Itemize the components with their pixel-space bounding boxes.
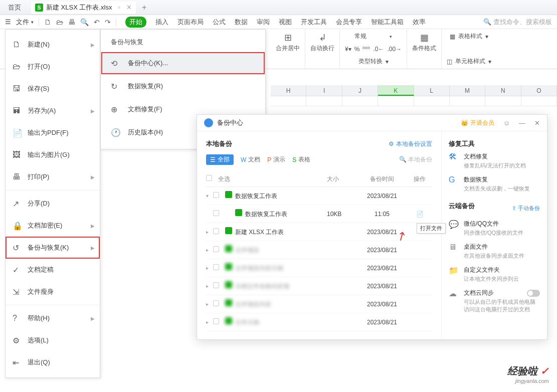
feedback-icon[interactable]: ☺ — [503, 119, 510, 127]
tab-dev[interactable]: 开发工具 — [301, 18, 327, 27]
tab-data[interactable]: 数据 — [235, 18, 248, 27]
menu-final[interactable]: ✓文档定稿 — [6, 259, 100, 281]
col-header[interactable]: J — [342, 85, 378, 96]
row-checkbox[interactable] — [213, 228, 219, 234]
command-search[interactable]: 🔍 查找命令、搜索模板 — [483, 18, 552, 27]
row-checkbox[interactable] — [213, 318, 219, 324]
spreadsheet-grid[interactable]: H I J K L M N O — [271, 85, 557, 106]
filter-sheet[interactable]: S表格 — [292, 155, 310, 164]
comma-icon[interactable]: ⁰⁰⁰ — [362, 46, 370, 53]
menu-save[interactable]: 🖫保存(S) — [6, 78, 100, 100]
merge-center-button[interactable]: ⊞ 合并居中 — [276, 32, 300, 53]
increase-decimal-icon[interactable]: .0← — [373, 46, 384, 53]
tab-view[interactable]: 视图 — [279, 18, 292, 27]
filter-doc[interactable]: W文档 — [241, 155, 260, 164]
menu-export-pdf[interactable]: 📄输出为PDF(F) — [6, 122, 100, 144]
row-checkbox[interactable] — [213, 300, 219, 306]
minimize-button[interactable]: — — [519, 119, 525, 127]
tab-smart[interactable]: 智能工具箱 — [371, 18, 404, 27]
menu-print[interactable]: 🖶打印(P)▶ — [6, 166, 100, 188]
menu-encrypt[interactable]: 🔒文档加密(E)▶ — [6, 215, 100, 237]
menu-exit[interactable]: ⇤退出(Q) — [6, 351, 100, 373]
menu-export-img[interactable]: 🖼输出为图片(G) — [6, 144, 100, 166]
document-tab[interactable]: S 新建 XLSX 工作表.xlsx ▫ ✕ — [31, 2, 136, 14]
print-icon[interactable]: 🖶 — [68, 18, 75, 26]
close-button[interactable]: ✕ — [534, 119, 540, 127]
submenu-backup-center[interactable]: ⟲备份中心(K)... — [101, 52, 265, 75]
table-style-button[interactable]: ▦ 表格样式▾ — [450, 32, 488, 41]
custom-folder-item[interactable]: 📁 自定义文件夹让本地文件夹同步到云 — [449, 266, 540, 283]
menu-open[interactable]: 🗁打开(O) — [6, 56, 100, 78]
row-checkbox[interactable] — [213, 264, 219, 270]
member-link[interactable]: 👑开通会员 — [461, 119, 494, 127]
filter-all[interactable]: ☰全部 — [206, 154, 234, 165]
tab-start[interactable]: 开始 — [125, 17, 146, 28]
tab-member[interactable]: 会员专享 — [336, 18, 362, 27]
backup-row[interactable]: ▸ 示例文件名称内容项 2023/08/21 — [206, 277, 432, 295]
sync-toggle[interactable] — [527, 290, 540, 297]
conditional-format-button[interactable]: ▦ 条件格式 — [412, 32, 436, 53]
col-header[interactable]: N — [485, 85, 521, 96]
row-checkbox[interactable] — [213, 246, 219, 252]
col-header-active[interactable]: K — [378, 85, 414, 96]
menu-icon[interactable]: ☰ — [5, 18, 11, 26]
backup-row[interactable]: ▾ 数据恢复工作表 2023/08/21 — [206, 187, 432, 205]
open-icon[interactable]: 🗁 — [56, 18, 63, 26]
tab-review[interactable]: 审阅 — [257, 18, 270, 27]
menu-saveas[interactable]: 🖬另存为(A)▶ — [6, 100, 100, 122]
number-format-select[interactable]: 常规 ▾ — [354, 32, 392, 41]
local-backup-settings[interactable]: ⚙本地备份设置 — [389, 140, 432, 148]
data-recover-item[interactable]: G 数据恢复文档丢失或误删，一键恢复 — [449, 175, 540, 192]
submenu-data-recover[interactable]: ↻数据恢复(R) — [101, 75, 265, 98]
select-all-checkbox[interactable] — [206, 175, 212, 181]
backup-row[interactable]: ▸ 文件项目内容 2023/08/21 — [206, 295, 432, 313]
tab-layout[interactable]: 页面布局 — [177, 18, 204, 27]
menu-tabs: 开始 插入 页面布局 公式 数据 审阅 视图 开发工具 会员专享 智能工具箱 效… — [125, 17, 426, 28]
percent-icon[interactable]: % — [354, 46, 360, 53]
backup-search[interactable]: 🔍 本地备份 — [399, 155, 432, 164]
filter-ppt[interactable]: P演示 — [267, 155, 285, 164]
menu-new[interactable]: 🗋新建(N)▶ — [6, 34, 100, 56]
list-icon: ☰ — [210, 156, 216, 163]
file-menu-button[interactable]: 文件 ▾ — [16, 18, 34, 27]
backup-row[interactable]: ▸ 文件项目内容示例 2023/08/21 — [206, 259, 432, 277]
new-icon[interactable]: 🗋 — [44, 18, 51, 26]
backup-row[interactable]: ▸ 文件示例 2023/08/21 — [206, 313, 432, 331]
manual-backup-link[interactable]: ⇧ 手动备份 — [512, 205, 540, 212]
menu-backup-restore[interactable]: ↺备份与恢复(K)▶ — [6, 237, 100, 259]
pdf-icon: 📄 — [13, 128, 22, 138]
col-header[interactable]: L — [414, 85, 450, 96]
backup-row[interactable]: ▸ 文件项目 2023/08/21 — [206, 241, 432, 259]
cloud-sync-item[interactable]: ☁ 文档云同步可以从自己的手机或其他电脑访问这台电脑打开过的文档 — [449, 289, 540, 313]
menu-slim[interactable]: ⇲文件瘦身 — [6, 281, 100, 303]
row-checkbox[interactable] — [213, 282, 219, 288]
type-convert-button[interactable]: 类型转换▾ — [358, 57, 389, 66]
undo-icon[interactable]: ↶ — [94, 18, 100, 26]
col-header[interactable]: O — [521, 85, 557, 96]
tab-formula[interactable]: 公式 — [213, 18, 226, 27]
doc-repair-item[interactable]: 🛠 文档修复修复乱码/无法打开的文档 — [449, 152, 540, 169]
backup-row[interactable]: 数据恢复工作表 10KB 11:05 📄 — [206, 205, 432, 223]
tab-insert[interactable]: 插入 — [155, 18, 168, 27]
col-header[interactable]: I — [306, 85, 342, 96]
col-header[interactable]: M — [450, 85, 485, 96]
row-checkbox[interactable] — [213, 192, 219, 198]
decrease-decimal-icon[interactable]: .00→ — [387, 46, 402, 53]
tab-close-icon[interactable]: ✕ — [126, 4, 132, 11]
menu-options[interactable]: ⚙选项(L) — [6, 329, 100, 351]
home-tab[interactable]: 首页 — [0, 0, 29, 15]
menu-share[interactable]: ↗分享(D) — [6, 192, 100, 215]
currency-icon[interactable]: ¥▾ — [345, 46, 351, 53]
tab-restore-icon[interactable]: ▫ — [118, 4, 120, 11]
tab-efficiency[interactable]: 效率 — [413, 18, 426, 27]
redo-icon[interactable]: ↷ — [105, 18, 111, 26]
desktop-sync-item[interactable]: 🖥 桌面文件在其他设备同步桌面文件 — [449, 243, 540, 260]
row-checkbox[interactable] — [213, 210, 219, 216]
add-tab-button[interactable]: + — [142, 3, 146, 12]
col-header[interactable]: H — [271, 85, 306, 96]
menu-help[interactable]: ?帮助(H)▶ — [6, 307, 100, 329]
cell-style-button[interactable]: ◫ 单元格样式▾ — [447, 57, 491, 66]
wrap-text-button[interactable]: ↲ 自动换行 — [310, 32, 334, 53]
wechat-sync-item[interactable]: 💬 微信/QQ文件同步微信/QQ接收的文件 — [449, 220, 540, 237]
preview-icon[interactable]: 🔍 — [80, 18, 89, 26]
